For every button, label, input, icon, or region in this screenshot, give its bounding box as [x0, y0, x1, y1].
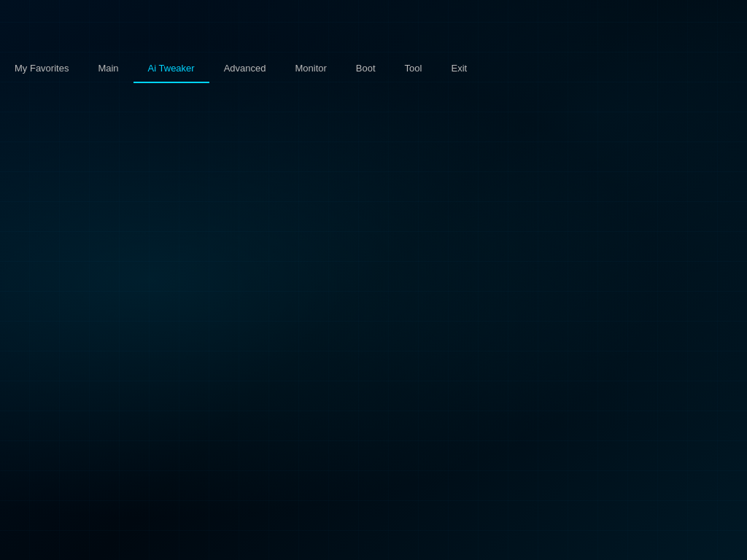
nav-advanced[interactable]: Advanced — [209, 54, 281, 82]
nav-exit[interactable]: Exit — [436, 54, 481, 82]
nav-boot[interactable]: Boot — [341, 54, 390, 82]
nav-main[interactable]: Main — [83, 54, 133, 82]
nav-my-favorites[interactable]: My Favorites — [0, 54, 83, 82]
nav-tool[interactable]: Tool — [390, 54, 437, 82]
nav-ai-tweaker[interactable]: Ai Tweaker — [133, 54, 209, 83]
nav-monitor[interactable]: Monitor — [281, 54, 341, 82]
